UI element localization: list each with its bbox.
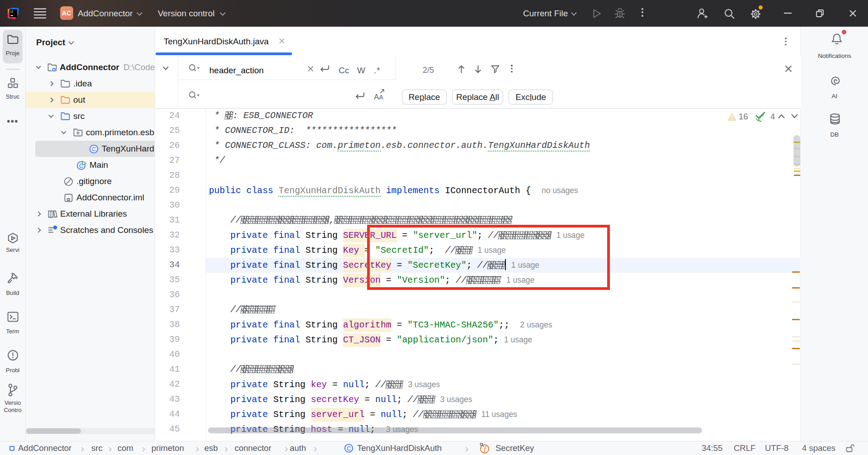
- svg-text:f: f: [484, 445, 487, 453]
- svg-text:C: C: [92, 146, 96, 152]
- svg-text:C: C: [347, 446, 351, 452]
- svg-text:IJ: IJ: [10, 9, 13, 14]
